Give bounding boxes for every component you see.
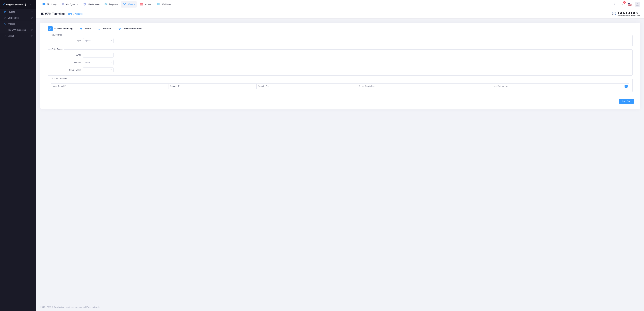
svg-rect-39 [100,29,100,29]
topnav-item-maintenance[interactable]: Maintenance [81,1,101,7]
sidebar-item-label: Wizards [8,23,15,25]
svg-rect-5 [44,5,44,5]
content: SD-WAN TunnelingRouteSD-WANReview and Su… [36,18,644,304]
subheader: SD-WAN Tunneling Home / Wizards TARGITAS… [36,9,644,18]
topnav-item-diagnosis[interactable]: Diagnosis [102,1,120,7]
topnav-item-workflows[interactable]: Workflows [155,1,173,7]
stepper: SD-WAN TunnelingRouteSD-WANReview and Su… [45,26,635,33]
next-step-button[interactable]: Next Step [619,99,634,104]
brand-logo-sub: SOFTWARE DEFINED EVERYTHING [618,15,640,16]
terminal-button[interactable] [613,2,617,6]
breadcrumb-wizards[interactable]: Wizards [75,13,82,15]
sidebar: targitas (Maestro) Favorite Quick Setup [0,0,36,311]
step-sd-wan[interactable]: SD-WAN [96,26,111,31]
page-footer: 2006 - 2023 © Targitas is a registered t… [36,304,644,311]
notifications-button[interactable]: 2 [620,2,625,6]
fieldset-outer-tunnel: Outer Tunnel WAN Default None [48,49,632,76]
step-review-and-submit[interactable]: Review and Submit [117,26,142,31]
topnav: MonitoringConfigurationMaintenanceDiagno… [36,0,644,9]
svg-point-8 [62,4,64,5]
topnav-item-monitoring[interactable]: Monitoring [40,1,58,7]
svg-point-1 [5,23,5,23]
step-route[interactable]: Route [78,26,90,31]
user-avatar[interactable] [635,2,640,7]
sidebar-item-label: Favorite [8,11,15,13]
sidebar-item-sdwan-tunneling[interactable]: SD-WAN Tunneling [0,27,36,33]
sidebar-header: targitas (Maestro) [0,0,36,9]
step-label: SD-WAN Tunneling [54,27,72,30]
logo-mark-icon [612,11,616,16]
svg-rect-38 [99,29,99,29]
star-icon[interactable] [30,35,33,37]
col-server-public-key: Server Public Key [357,84,491,89]
star-icon[interactable] [30,16,33,19]
shield-icon [83,2,86,6]
select-trust-zone[interactable] [83,67,114,72]
page-title: SD-WAN Tunneling [40,12,65,15]
brand-title: targitas (Maestro) [6,3,26,6]
sidebar-item-label: Quick Setup [8,17,18,19]
svg-rect-34 [50,29,50,29]
select-type-value: Spoke [85,39,90,42]
add-row-button[interactable]: + [624,85,628,88]
chevron-down-icon [110,61,112,64]
topnav-item-wizards[interactable]: Wizards [121,1,137,7]
globe-icon [117,26,122,31]
col-add: + [623,84,629,89]
sidebar-item-wizards[interactable]: Wizards [0,21,36,27]
legend-hub-info: Hub informations [50,77,68,80]
topnav-item-label: Monitoring [47,3,56,5]
language-button[interactable] [628,2,632,6]
svg-point-24 [623,5,623,5]
chevron-down-icon [110,54,112,56]
topnav-item-label: Maestro [145,3,152,5]
main: MonitoringConfigurationMaintenanceDiagno… [36,0,644,311]
select-default[interactable]: None [83,60,114,65]
paper-plane-icon [78,26,83,31]
col-remote-port: Remote Port [256,84,357,89]
topnav-item-maestro[interactable]: Maestro [138,1,154,7]
brand-logo-main: TARGITAS [618,11,640,15]
svg-rect-4 [42,3,46,5]
sidebar-item-favorite[interactable]: Favorite [0,9,36,15]
svg-point-3 [5,24,5,24]
step-sd-wan-tunneling[interactable]: SD-WAN Tunneling [48,26,72,31]
step-label: Review and Submit [124,27,142,30]
svg-point-25 [637,3,638,4]
paper-plane-icon [2,3,5,6]
svg-rect-15 [142,4,143,4]
select-wan[interactable] [83,53,114,58]
breadcrumb: Home / Wizards [67,13,83,15]
col-inner-tunnel-ip: Inner Tunnel IP [51,84,169,89]
sidebar-collapse-button[interactable] [29,2,34,7]
chevron-down-icon [110,69,112,71]
breadcrumb-home[interactable]: Home [67,13,72,15]
sidebar-item-quick-setup[interactable]: Quick Setup [0,15,36,21]
sidebar-item-label: SD-WAN Tunneling [8,29,26,31]
svg-rect-35 [51,29,51,29]
legend-outer-tunnel: Outer Tunnel [50,48,64,50]
select-type[interactable]: Spoke [83,38,114,43]
svg-rect-20 [158,3,159,5]
topnav-item-configuration[interactable]: Configuration [60,1,80,7]
svg-point-2 [4,23,4,24]
topnav-item-label: Workflows [162,3,171,5]
label-type: Type [51,39,81,42]
brand[interactable]: targitas (Maestro) [2,3,26,6]
svg-point-23 [623,3,623,4]
hub-table: Inner Tunnel IP Remote IP Remote Port Se… [51,83,629,89]
select-default-value: None [85,61,90,64]
monitor-icon [42,2,46,6]
bullet-icon [6,30,6,30]
sidebar-item-logout[interactable]: Logout [0,33,36,39]
svg-point-22 [622,4,622,4]
sidebar-item-label: Logout [8,35,14,37]
gear-icon [61,2,65,6]
star-icon[interactable] [30,29,33,31]
footer-text: 2006 - 2023 © Targitas is a registered t… [40,306,100,308]
svg-rect-17 [141,5,142,5]
svg-rect-14 [141,4,142,4]
sidebar-wizards-children: SD-WAN Tunneling [0,27,36,33]
wizard-card: SD-WAN TunnelingRouteSD-WANReview and Su… [40,23,640,109]
legend-device-type: Device type [50,34,63,36]
